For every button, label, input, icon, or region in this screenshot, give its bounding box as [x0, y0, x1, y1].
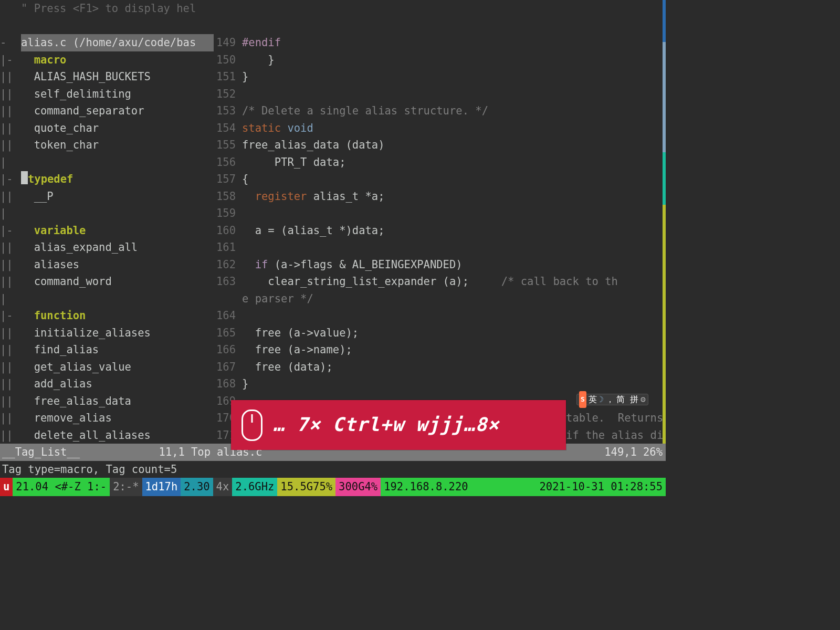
code-line[interactable]: 166 free (a->name);: [214, 341, 666, 359]
tag-label: aliases: [21, 258, 79, 271]
taglist-section-function[interactable]: |- function: [0, 307, 214, 324]
section-label: macro: [34, 54, 67, 66]
tag-item[interactable]: || free_alias_data: [0, 393, 214, 410]
tag-label: alias_expand_all: [21, 241, 138, 254]
code-token: static: [242, 122, 281, 134]
tag-label: remove_alias: [21, 412, 112, 424]
line-number: 151: [214, 68, 242, 86]
code-line[interactable]: 167 free (data);: [214, 359, 666, 376]
tag-item[interactable]: || command_separator: [0, 102, 214, 120]
line-number: 168: [214, 375, 242, 393]
code-token: free (a->value);: [242, 327, 359, 339]
line-number: 156: [214, 154, 242, 171]
code-token: void: [287, 122, 313, 134]
tag-item[interactable]: || __P: [0, 188, 214, 205]
tag-item[interactable]: || find_alias: [0, 341, 214, 359]
tag-item[interactable]: || get_alias_value: [0, 359, 214, 376]
tag-item[interactable]: || quote_char: [0, 120, 214, 137]
code-token: free (a->name);: [242, 343, 352, 356]
section-label: variable: [34, 224, 86, 237]
code-line[interactable]: 155free_alias_data (data): [214, 136, 666, 154]
tag-item[interactable]: || self_delimiting: [0, 86, 214, 103]
line-number: 155: [214, 136, 242, 154]
code-token: free (data);: [242, 361, 333, 373]
code-line[interactable]: 154static void: [214, 120, 666, 137]
taglist-help: " Press <F1> to display hel: [0, 0, 214, 17]
code-token: clear_string_list_expander (a);: [242, 275, 501, 288]
tag-item[interactable]: || command_word: [0, 273, 214, 290]
code-token: PTR_T data;: [242, 156, 345, 169]
line-number: [214, 290, 242, 308]
tag-label: command_separator: [21, 104, 144, 117]
code-line[interactable]: 168}: [214, 375, 666, 393]
tag-label: initialize_aliases: [21, 327, 151, 339]
keystroke-overlay: … 7× Ctrl+w wjjj…8×: [231, 400, 566, 450]
code-line[interactable]: 149#endif: [214, 34, 666, 51]
code-line[interactable]: 156 PTR_T data;: [214, 154, 666, 171]
code-token: free_alias_data (data): [242, 139, 385, 151]
tag-item[interactable]: || initialize_aliases: [0, 324, 214, 342]
ime-indicator[interactable]: S 英 ☽ ， 简 拼 ⚙: [576, 394, 648, 405]
line-number: 165: [214, 324, 242, 342]
tmux-uptime: 1d17h: [142, 478, 181, 496]
line-number: 150: [214, 51, 242, 69]
code-line[interactable]: 161: [214, 239, 666, 256]
code-line[interactable]: 159: [214, 205, 666, 222]
tmux-prefix[interactable]: u: [0, 478, 13, 496]
tag-item[interactable]: || ALIAS_HASH_BUCKETS: [0, 68, 214, 86]
tmux-window[interactable]: 2:-*: [110, 478, 142, 496]
tag-item[interactable]: || delete_all_aliases: [0, 427, 214, 444]
code-token: {: [242, 173, 248, 185]
tag-label: self_delimiting: [21, 88, 131, 100]
tag-item[interactable]: || alias_expand_all: [0, 239, 214, 256]
tag-item[interactable]: || aliases: [0, 256, 214, 274]
gear-icon[interactable]: ⚙: [640, 391, 646, 408]
line-number: 160: [214, 222, 242, 239]
line-number: 162: [214, 256, 242, 274]
taglist-section-typedef[interactable]: |- typedef: [0, 171, 214, 188]
scroll-hint: [663, 42, 666, 152]
tag-label: find_alias: [21, 343, 99, 356]
moon-icon: ☽: [599, 391, 604, 408]
line-number: 159: [214, 205, 242, 222]
tmux-bar[interactable]: u 21.04 <#-Z 1:- 2:-* 1d17h 2.30 4x 2.6G…: [0, 478, 666, 496]
code-line[interactable]: 163 clear_string_list_expander (a); /* c…: [214, 273, 666, 290]
taglist-blank: |: [0, 290, 214, 308]
code-token: /* call back to th: [501, 275, 618, 288]
code-line[interactable]: e parser */: [214, 290, 666, 308]
line-number: 161: [214, 239, 242, 256]
tmux-date: 2021-10-31 01:28:55: [537, 478, 666, 496]
code-line[interactable]: 160 a = (alias_t *)data;: [214, 222, 666, 239]
taglist-section-variable[interactable]: |- variable: [0, 222, 214, 239]
tmux-session[interactable]: 21.04 <#-Z 1:-: [13, 478, 110, 496]
tag-item[interactable]: || add_alias: [0, 375, 214, 393]
line-number: 164: [214, 307, 242, 324]
line-number: 154: [214, 120, 242, 137]
taglist-status: __Tag_List__ 11,1 Top: [0, 444, 214, 461]
code-line[interactable]: 158 register alias_t *a;: [214, 188, 666, 205]
line-number: 157: [214, 171, 242, 188]
tag-label: token_char: [21, 139, 99, 151]
scroll-hint: [663, 152, 666, 205]
taglist-file-header[interactable]: - alias.c (/home/axu/code/bas: [0, 34, 214, 51]
code-line[interactable]: 152: [214, 86, 666, 103]
code-line[interactable]: 150 }: [214, 51, 666, 69]
tag-label: delete_all_aliases: [21, 429, 151, 442]
tag-label: add_alias: [21, 377, 92, 390]
code-line[interactable]: 153/* Delete a single alias structure. *…: [214, 102, 666, 120]
tag-item[interactable]: || remove_alias: [0, 410, 214, 427]
code-line[interactable]: 165 free (a->value);: [214, 324, 666, 342]
taglist-pane[interactable]: " Press <F1> to display hel - alias.c (/…: [0, 0, 214, 444]
code-token: register: [255, 190, 307, 203]
code-line[interactable]: 164: [214, 307, 666, 324]
tag-item[interactable]: || token_char: [0, 136, 214, 154]
code-token: alias_t *a;: [307, 190, 384, 203]
code-line[interactable]: 162 if (a->flags & AL_BEINGEXPANDED): [214, 256, 666, 274]
code-line[interactable]: 151}: [214, 68, 666, 86]
code-token: }: [242, 54, 275, 66]
code-line[interactable]: 157{: [214, 171, 666, 188]
taglist-section-macro[interactable]: |- macro: [0, 51, 214, 69]
code-token: a = (alias_t *)data;: [242, 224, 385, 237]
code-pane[interactable]: 149#endif150 }151}152153/* Delete a sing…: [214, 0, 666, 444]
code-token: }: [242, 70, 248, 83]
